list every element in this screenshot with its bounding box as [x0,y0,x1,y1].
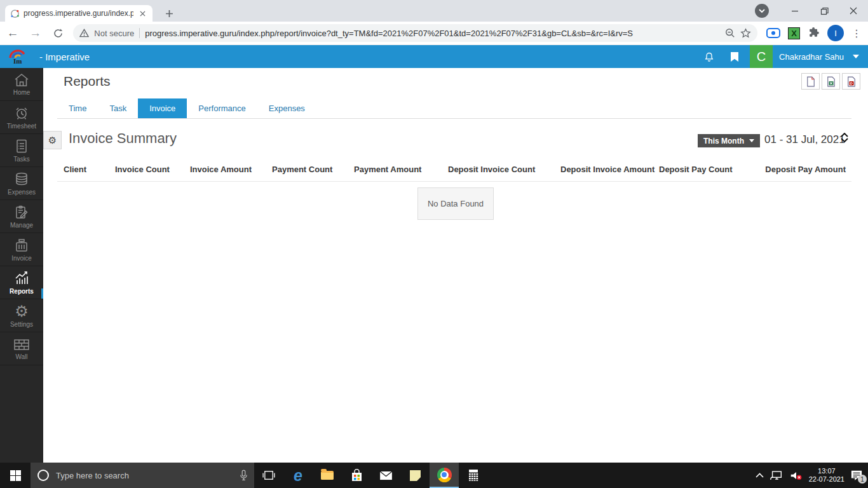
search-placeholder: Type here to search [56,471,233,480]
bookmarks-icon[interactable] [722,45,747,68]
sidebar-item-home[interactable]: Home [0,68,43,101]
chevron-down-icon [749,139,754,142]
period-dropdown[interactable]: This Month [698,134,760,147]
notification-badge: 1 [858,475,867,484]
restore-button[interactable] [810,0,839,22]
start-button[interactable] [0,463,31,488]
taskbar-edge-button[interactable]: e [283,463,313,488]
taskbar-chrome-button[interactable] [430,463,459,488]
taskbar-clock[interactable]: 13:07 22-07-2021 [809,467,844,484]
chevron-up-icon [841,133,848,137]
browser-tab[interactable]: progress.imperative.guru/index.p [5,5,153,22]
sidebar-item-label: Timesheet [7,123,36,130]
address-bar[interactable]: Not secure progress.imperative.guru/inde… [73,24,757,42]
report-tabs: Time Task Invoice Performance Expenses [57,98,316,118]
column-header-payment-amount: Payment Amount [354,165,421,174]
zoom-icon[interactable] [725,28,735,38]
taskbar-explorer-button[interactable] [313,463,342,488]
taskbar-sticky-notes-button[interactable] [400,463,430,488]
volume-muted-icon[interactable] [789,470,803,481]
microphone-icon[interactable] [240,470,248,481]
tab-search-button[interactable] [755,4,769,18]
tab-expenses[interactable]: Expenses [257,98,316,118]
export-excel-button[interactable] [822,73,840,90]
omnibox-divider [139,28,140,38]
export-doc-button[interactable] [801,73,820,90]
wall-bricks-icon [13,337,30,351]
extensions-puzzle-icon[interactable] [808,26,820,41]
tab-task[interactable]: Task [98,98,138,118]
sidebar-item-wall[interactable]: Wall [0,332,43,365]
browser-profile-avatar[interactable]: I [827,25,844,41]
date-stepper[interactable] [841,133,848,142]
site-favicon [10,9,20,18]
report-settings-button[interactable]: ⚙ [43,131,62,149]
user-menu-caret-icon[interactable] [853,55,859,58]
manage-clipboard-icon [14,205,29,220]
sidebar-item-invoice[interactable]: Invoice [0,233,43,266]
settings-gear-icon: ⚙ [15,304,29,319]
network-icon[interactable] [770,470,783,481]
toolbar-extensions: X I ⋮ [766,25,868,41]
no-data-message: No Data Found [417,187,494,220]
column-header-deposit-pay-amount: Deposit Pay Amount [765,165,846,174]
close-window-button[interactable] [839,0,868,22]
section-title: Invoice Summary [69,130,177,147]
notifications-bell-icon[interactable] [696,45,722,68]
sidebar-item-settings[interactable]: ⚙ Settings [0,299,43,332]
taskbar-search[interactable]: Type here to search [31,463,254,488]
date-range: 01 - 31 Jul, 2021 [764,133,845,146]
user-avatar[interactable]: C [750,45,773,68]
app-header: Im - Imperative C Chakradhar Sahu [0,45,868,68]
sidebar-item-expenses[interactable]: Expenses [0,167,43,200]
taskbar: Type here to search e [0,463,868,488]
bookmark-star-icon[interactable] [740,28,751,39]
excel-extension-icon[interactable]: X [788,27,800,39]
browser-menu-icon[interactable]: ⋮ [851,27,862,39]
sidebar-item-manage[interactable]: Manage [0,200,43,233]
tab-invoice[interactable]: Invoice [138,98,187,118]
taskbar-calculator-button[interactable] [459,463,488,488]
tab-performance[interactable]: Performance [187,98,257,118]
forward-button[interactable]: → [25,23,46,43]
edge-icon: e [294,468,302,484]
minimize-button[interactable] [780,0,810,22]
url-text[interactable]: progress.imperative.guru/index.php/repor… [145,29,720,38]
taskbar-store-button[interactable] [342,463,371,488]
task-view-button[interactable] [254,463,283,488]
app-title: - Imperative [39,51,696,62]
security-label[interactable]: Not secure [94,29,134,38]
tabs-divider [57,118,851,119]
user-name[interactable]: Chakradhar Sahu [779,52,844,62]
window-controls [755,0,868,22]
screen: progress.imperative.guru/index.p ← [0,0,868,488]
sidebar-item-tasks[interactable]: Tasks [0,134,43,167]
table-header-divider [57,181,851,182]
sidebar-item-label: Expenses [8,189,36,196]
back-button[interactable]: ← [3,23,23,43]
action-center-button[interactable]: 1 [850,470,863,481]
export-buttons [801,73,860,90]
sidebar-item-label: Tasks [13,156,30,163]
tab-close-icon[interactable] [137,8,147,18]
sidebar-item-timesheet[interactable]: Timesheet [0,101,43,134]
app-header-right: C Chakradhar Sahu [696,45,868,68]
sidebar-item-reports[interactable]: Reports [0,266,43,299]
imperative-logo: Im [6,46,31,67]
tasks-document-icon [15,139,29,154]
tab-time[interactable]: Time [57,98,98,118]
sidebar-item-label: Wall [15,353,27,360]
calculator-icon [468,469,478,482]
media-controls-icon[interactable] [766,28,780,38]
taskbar-apps: e [254,463,488,488]
taskbar-mail-button[interactable] [371,463,400,488]
new-tab-button[interactable] [160,4,178,22]
hidden-icons-button[interactable] [756,473,764,478]
column-header-deposit-invoice-amount: Deposit Invoice Amount [560,165,654,174]
chevron-down-icon [841,138,848,142]
task-view-icon [262,470,275,480]
export-pdf-button[interactable] [842,73,860,90]
not-secure-warning-icon[interactable] [79,29,89,37]
svg-text:Im: Im [13,57,22,64]
reload-button[interactable] [48,23,69,43]
